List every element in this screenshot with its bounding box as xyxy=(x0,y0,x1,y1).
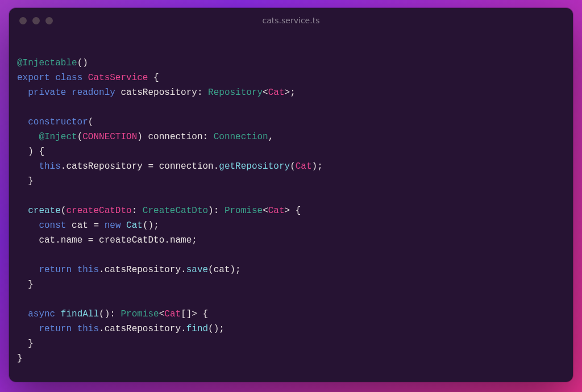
minimize-icon[interactable] xyxy=(32,17,40,24)
code-token: ; xyxy=(235,265,241,275)
code-token: { xyxy=(296,206,301,216)
code-token: ( xyxy=(290,161,296,172)
code-token xyxy=(66,87,72,98)
code-token: < xyxy=(263,206,268,216)
code-token: . xyxy=(55,235,61,245)
code-token xyxy=(17,147,28,157)
code-token xyxy=(82,73,88,83)
code-token: } xyxy=(28,176,34,186)
code-token: @ xyxy=(17,58,23,68)
code-token: Cat xyxy=(296,161,312,172)
code-token: createCatDto xyxy=(66,206,131,216)
code-token xyxy=(17,309,28,319)
code-token: > xyxy=(285,206,290,216)
code-token: : xyxy=(214,206,219,216)
code-token xyxy=(72,265,77,275)
code-token xyxy=(197,309,203,319)
code-token xyxy=(17,117,28,127)
code-token: CatsService xyxy=(88,73,148,83)
code-token: name xyxy=(61,235,82,245)
code-token: ) xyxy=(312,161,318,172)
code-token: catsRepository xyxy=(66,161,142,172)
code-token xyxy=(202,87,208,98)
code-window: cats.service.ts @Injectable() export cla… xyxy=(9,8,573,382)
code-token: : xyxy=(132,206,138,216)
code-token: : xyxy=(110,309,115,319)
code-token: export xyxy=(17,73,50,83)
code-token xyxy=(219,206,225,216)
code-token xyxy=(50,73,56,83)
code-token: , xyxy=(268,132,274,142)
code-token: cat xyxy=(39,235,55,245)
code-token: ( xyxy=(143,220,148,231)
window-title: cats.service.ts xyxy=(9,16,573,25)
code-token xyxy=(17,265,39,275)
code-token xyxy=(17,339,28,349)
code-token: > xyxy=(285,87,290,98)
code-token: constructor xyxy=(28,117,88,127)
code-token: cat xyxy=(72,220,88,231)
code-token: connection xyxy=(148,132,202,142)
code-token: > xyxy=(192,309,197,319)
code-token: { xyxy=(39,147,44,157)
code-token xyxy=(17,206,28,216)
code-token xyxy=(88,220,94,231)
code-token xyxy=(148,73,153,83)
code-token xyxy=(143,161,148,172)
code-token: ) xyxy=(105,309,110,319)
code-block: @Injectable() export class CatsService {… xyxy=(17,58,323,364)
code-token: ) xyxy=(214,324,219,334)
code-token: async xyxy=(28,309,55,319)
code-token: < xyxy=(263,87,268,98)
code-token: . xyxy=(99,324,105,334)
code-token: : xyxy=(202,132,208,142)
code-token: this xyxy=(77,324,99,334)
code-token: ( xyxy=(77,132,83,142)
code-token: ( xyxy=(61,206,66,216)
code-token xyxy=(120,220,126,231)
code-token: ; xyxy=(317,161,323,172)
code-token: ) xyxy=(230,265,236,275)
code-token: . xyxy=(181,265,186,275)
code-token: this xyxy=(77,265,99,275)
code-token xyxy=(17,235,39,245)
code-token xyxy=(66,220,72,231)
code-token xyxy=(72,324,77,334)
code-token xyxy=(93,235,99,245)
code-token xyxy=(17,280,28,290)
code-token: return xyxy=(39,265,72,275)
code-token: . xyxy=(99,265,105,275)
code-token: save xyxy=(186,265,208,275)
code-token: ) xyxy=(82,58,88,68)
code-token: = xyxy=(148,161,153,172)
code-token xyxy=(137,206,143,216)
gradient-background: cats.service.ts @Injectable() export cla… xyxy=(0,0,582,392)
code-pre: @Injectable() export class CatsService {… xyxy=(17,56,565,366)
code-token: Repository xyxy=(208,87,263,98)
code-token: Injectable xyxy=(23,58,77,68)
code-token: < xyxy=(159,309,165,319)
code-token: . xyxy=(181,324,186,334)
code-token: = xyxy=(93,220,99,231)
code-token xyxy=(208,132,214,142)
code-token xyxy=(17,161,39,172)
code-token: Connection xyxy=(214,132,268,142)
code-token xyxy=(17,176,28,186)
titlebar: cats.service.ts xyxy=(9,8,573,33)
code-token: catsRepository xyxy=(105,265,181,275)
code-token: } xyxy=(17,353,23,364)
code-token: find xyxy=(186,324,208,334)
code-token: this xyxy=(39,161,60,172)
maximize-icon[interactable] xyxy=(45,17,53,24)
code-token: Cat xyxy=(268,206,285,216)
code-token: { xyxy=(153,73,159,83)
code-token xyxy=(153,161,159,172)
code-token: private xyxy=(28,87,66,98)
code-token xyxy=(17,87,28,98)
code-token xyxy=(55,309,61,319)
close-icon[interactable] xyxy=(19,17,27,24)
code-token: . xyxy=(61,161,66,172)
code-token: getRepository xyxy=(219,161,290,172)
code-token: catsRepository xyxy=(105,324,181,334)
code-token: ( xyxy=(77,58,83,68)
